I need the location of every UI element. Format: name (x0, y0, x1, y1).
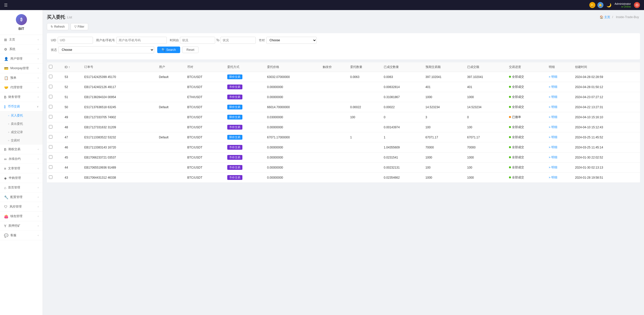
row-detail[interactable]: 明细 (547, 82, 573, 92)
sub-dot-icon: ○ (8, 123, 9, 125)
detail-link[interactable]: 明细 (549, 145, 557, 149)
row-filled-qty: 0.31081867 (382, 92, 424, 102)
row-select-checkbox[interactable] (49, 125, 52, 129)
col-id[interactable]: ID ↑ (63, 62, 82, 72)
sidebar-item-user-mgmt[interactable]: 👤 用户管理 ‹ (0, 54, 43, 64)
table-row: 53 ES17142425399 45170 Default BTC/USDT … (47, 72, 640, 82)
detail-link[interactable]: 明细 (549, 115, 557, 119)
detail-link[interactable]: 明细 (549, 95, 557, 99)
table-row: 43 EB17064431312 46338 BTC/USDT 市价交易 0.0… (47, 173, 640, 183)
time-from-input[interactable] (180, 37, 215, 44)
refresh-button[interactable]: ↻ Refresh (47, 23, 69, 30)
sidebar-item-config[interactable]: 🔧 配置管理 ‹ (0, 192, 43, 202)
sidebar-item-completed[interactable]: ○ 成交记录 (0, 128, 43, 136)
row-select-checkbox[interactable] (49, 145, 52, 149)
chevron-icon: ‹ (38, 224, 39, 227)
detail-link[interactable]: 明细 (549, 176, 557, 179)
progress-dot (509, 136, 511, 138)
status-select[interactable]: Choose 全部成交 已撤单 (58, 46, 154, 53)
row-id: 49 (63, 112, 82, 122)
row-detail[interactable]: 明细 (547, 173, 573, 183)
row-detail[interactable]: 明细 (547, 142, 573, 152)
sidebar-item-customer[interactable]: 💬 客服 ‹ (0, 231, 43, 240)
theme-toggle-icon[interactable]: 🌙 (606, 3, 611, 8)
detail-link[interactable]: 明细 (549, 105, 557, 109)
row-detail[interactable]: 明细 (547, 112, 573, 122)
search-button[interactable]: 🔍 Search (157, 47, 180, 53)
row-select-checkbox[interactable] (49, 165, 52, 169)
filter-button[interactable]: ▽ Filter (71, 23, 88, 30)
sidebar-item-sell-order[interactable]: ○ 卖出委托 (0, 120, 43, 128)
sidebar-item-orders[interactable]: 📋 预单 ‹ (0, 73, 43, 83)
sidebar-item-trade-pair[interactable]: ○ 交易对 (0, 136, 43, 145)
row-filled: 14.523234 (465, 102, 507, 112)
notification-icon-1[interactable]: 🔔 (589, 2, 595, 8)
row-expected: 70000 (424, 142, 465, 152)
uid-label: UID (51, 38, 56, 42)
row-progress: 全部成交 (507, 173, 547, 183)
sidebar-item-mining[interactable]: Y 质押挖矿 ‹ (0, 221, 43, 231)
row-select-checkbox[interactable] (49, 85, 52, 88)
row-select-checkbox[interactable] (49, 75, 52, 78)
detail-link[interactable]: 明细 (549, 125, 557, 129)
sidebar-item-coin-trade[interactable]: ₿ 币币交易 ∨ (0, 102, 43, 111)
row-detail[interactable]: 明细 (547, 92, 573, 102)
sidebar-item-agent[interactable]: 🤝 代理管理 ‹ (0, 83, 43, 92)
logout-button[interactable]: ⏻ (634, 2, 640, 8)
sidebar-item-article[interactable]: ≡ 文章管理 ‹ (0, 164, 43, 173)
market-select[interactable]: Choose BTC/USDT ETH/USDT (266, 37, 317, 44)
user-input[interactable] (116, 37, 167, 44)
row-user (157, 92, 185, 102)
sidebar-item-buy-order[interactable]: ○ 买入委托 (0, 111, 43, 120)
detail-link[interactable]: 明细 (549, 75, 557, 78)
sidebar-label-wallet: 钱包管理 (10, 214, 22, 218)
reset-button[interactable]: Reset (182, 47, 199, 53)
sidebar-item-home[interactable]: ⊞ 主页 ‹ (0, 35, 43, 45)
row-select-checkbox[interactable] (49, 135, 52, 139)
detail-link[interactable]: 明细 (549, 135, 557, 139)
row-created: 2024-04-10 15:16:10 (573, 112, 640, 122)
sidebar-item-options[interactable]: B 期权交易 ‹ (0, 145, 43, 154)
notification-icon-2[interactable]: 🔔 (597, 2, 603, 8)
row-detail[interactable]: 明细 (547, 72, 573, 82)
uid-input[interactable] (58, 37, 93, 44)
row-select-checkbox[interactable] (49, 155, 52, 159)
row-order-no: EB17138284324 00954 (82, 92, 157, 102)
sidebar-item-finance[interactable]: B 财务管理 ‹ (0, 92, 43, 102)
sidebar-item-system[interactable]: ⚙ 系统 ‹ (0, 45, 43, 54)
time-to-input[interactable] (220, 37, 256, 44)
row-select-checkbox[interactable] (49, 175, 52, 179)
time-label: 时间自 (170, 38, 179, 43)
row-detail[interactable]: 明细 (547, 102, 573, 112)
chevron-icon: ‹ (38, 196, 39, 199)
row-select-checkbox[interactable] (49, 105, 52, 108)
sidebar-item-risk[interactable]: 🛡 风控管理 ‹ (0, 202, 43, 212)
hamburger-icon[interactable]: ☰ (4, 3, 8, 8)
sidebar-item-perpetual[interactable]: ∞ 永续合约 ‹ (0, 154, 43, 164)
select-all-checkbox[interactable] (49, 65, 52, 68)
row-detail[interactable]: 明细 (547, 163, 573, 173)
sidebar-item-wallet[interactable]: 👛 钱包管理 ‹ (0, 212, 43, 221)
table-row: 50 ES17137636518 63245 Default BTC/USDT … (47, 102, 640, 112)
row-filled-qty: 0.00143974 (382, 122, 424, 132)
detail-link[interactable]: 明细 (549, 166, 557, 169)
row-detail[interactable]: 明细 (547, 122, 573, 132)
row-order-no: EB17065519936 91489 (82, 163, 157, 173)
row-select-checkbox[interactable] (49, 115, 52, 119)
row-detail[interactable]: 明细 (547, 132, 573, 142)
row-expected: 397.102041 (424, 72, 465, 82)
sidebar-item-homepage[interactable]: ⌂ 首页管理 ‹ (0, 183, 43, 192)
sidebar-item-purchase[interactable]: ◈ 申购管理 ‹ (0, 173, 43, 183)
row-detail[interactable]: 明细 (547, 152, 573, 163)
sidebar-item-moonpay[interactable]: 💳 Moonpay管理 ‹ (0, 64, 43, 73)
sub-label-completed: 成交记录 (11, 130, 23, 134)
col-progress: 交易进度 (507, 62, 547, 72)
progress-dot (509, 106, 511, 108)
breadcrumb-home[interactable]: 主页 (604, 15, 610, 19)
detail-link[interactable]: 明细 (549, 85, 557, 89)
detail-link[interactable]: 明细 (549, 155, 557, 159)
row-trigger (321, 102, 348, 112)
row-checkbox (47, 163, 63, 173)
row-order-no: EB17127333705 74902 (82, 112, 157, 122)
row-select-checkbox[interactable] (49, 95, 52, 98)
